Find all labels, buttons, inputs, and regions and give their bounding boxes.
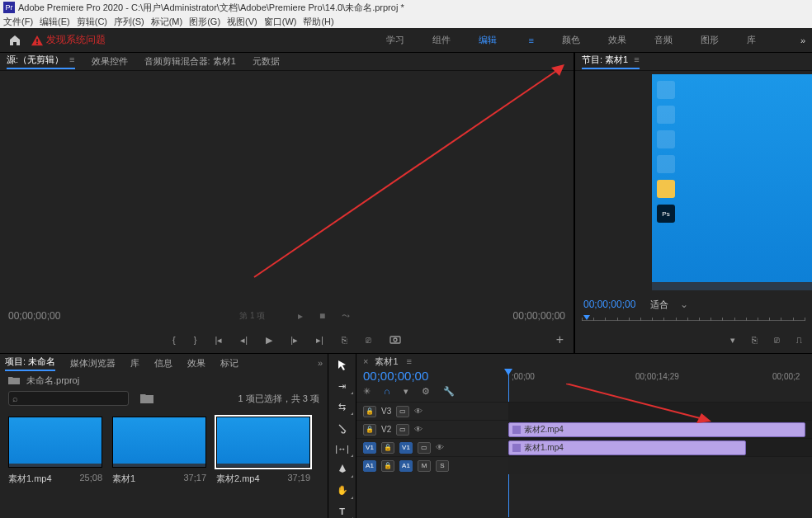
- program-monitor[interactable]: Ps: [575, 71, 812, 294]
- razor-tool-icon[interactable]: [335, 421, 350, 434]
- export-frame-icon[interactable]: ⎍: [796, 335, 802, 345]
- track-row-v3[interactable]: [508, 402, 812, 420]
- menu-item[interactable]: 文件(F): [3, 16, 33, 28]
- eye-icon[interactable]: 👁: [436, 443, 446, 453]
- mark-in-icon[interactable]: {: [172, 335, 176, 345]
- workspace-overflow-icon[interactable]: »: [800, 35, 805, 45]
- panel-menu-icon[interactable]: ≡: [407, 356, 412, 366]
- project-clip[interactable]: 素材137;17: [112, 417, 206, 485]
- source-tab[interactable]: 源:（无剪辑） ≡: [7, 54, 75, 69]
- overwrite-icon[interactable]: ⎚: [366, 335, 371, 345]
- eye-icon[interactable]: 👁: [414, 407, 424, 417]
- stop-icon[interactable]: ■: [319, 310, 325, 322]
- lock-icon[interactable]: 🔒: [363, 406, 376, 417]
- search-input[interactable]: ⌕: [8, 391, 129, 406]
- mini-playhead-icon[interactable]: [583, 315, 590, 320]
- mute-icon[interactable]: M: [418, 460, 431, 472]
- source-patch[interactable]: V1: [363, 442, 376, 454]
- lock-icon[interactable]: 🔒: [381, 460, 394, 472]
- timeline-clip[interactable]: 素材2.mp4: [508, 422, 805, 437]
- go-out-icon[interactable]: ▸|: [316, 335, 323, 346]
- panel-menu-icon[interactable]: ≡: [631, 54, 639, 64]
- play-icon[interactable]: ▶: [266, 335, 272, 346]
- menu-item[interactable]: 标记(M): [151, 16, 183, 28]
- track-content[interactable]: 素材2.mp4 素材1.mp4: [508, 402, 812, 518]
- track-row-a1[interactable]: [508, 456, 812, 474]
- lock-icon[interactable]: 🔒: [381, 442, 394, 454]
- system-warning[interactable]: 发现系统问题: [31, 33, 106, 47]
- marker-icon[interactable]: ▾: [730, 335, 735, 346]
- timeline-ruler[interactable]: ;00;00 00;00;14;29 00;00;2: [508, 369, 805, 402]
- workspace-音频[interactable]: 音频: [654, 34, 673, 46]
- solo-icon[interactable]: S: [436, 460, 449, 472]
- lock-icon[interactable]: 🔒: [363, 424, 376, 436]
- project-filename[interactable]: 未命名.prproj: [26, 374, 79, 387]
- workspace-效果[interactable]: 效果: [608, 34, 626, 46]
- snap-icon[interactable]: ✳: [363, 386, 371, 397]
- step-back-icon[interactable]: ◂|: [240, 335, 248, 346]
- go-in-icon[interactable]: |◂: [215, 335, 222, 346]
- workspace-编辑[interactable]: 编辑: [479, 34, 497, 46]
- project-tab[interactable]: 标记: [220, 357, 238, 370]
- panel-menu-icon[interactable]: ≡: [67, 54, 74, 64]
- chevron-down-icon[interactable]: ⌄: [680, 299, 688, 310]
- type-tool-icon[interactable]: T: [335, 506, 350, 518]
- project-tab[interactable]: 库: [130, 357, 139, 370]
- timeline-clip[interactable]: 素材1.mp4: [508, 440, 746, 455]
- project-tab[interactable]: 项目: 未命名: [5, 356, 55, 371]
- source-patch[interactable]: A1: [363, 460, 376, 472]
- mark-out-icon[interactable]: }: [194, 335, 197, 345]
- project-clip[interactable]: 素材1.mp425;08: [8, 417, 102, 485]
- workspace-颜色[interactable]: 颜色: [562, 34, 580, 46]
- workspace-组件[interactable]: 组件: [432, 34, 451, 46]
- source-tab[interactable]: 音频剪辑混合器: 素材1: [144, 55, 236, 68]
- fit-menu[interactable]: 第 1 项: [224, 310, 281, 322]
- lift-icon[interactable]: ⎘: [752, 335, 758, 345]
- workspace-学习[interactable]: 学习: [386, 34, 404, 46]
- track-header-a1[interactable]: A1 🔒 A1 M S: [356, 456, 508, 474]
- eye-icon[interactable]: 👁: [414, 425, 424, 435]
- slip-tool-icon[interactable]: |↔|: [335, 443, 350, 455]
- pen-tool-icon[interactable]: [335, 464, 350, 476]
- track-select-tool-icon[interactable]: ⇥: [335, 379, 350, 392]
- project-tab[interactable]: 效果: [187, 357, 205, 370]
- program-mini-ruler[interactable]: [582, 315, 805, 327]
- skip-icon[interactable]: ⤳: [342, 310, 350, 322]
- menu-item[interactable]: 图形(G): [189, 16, 220, 28]
- project-tab[interactable]: 信息: [154, 357, 172, 370]
- workspace-库[interactable]: 库: [747, 34, 756, 46]
- source-tab[interactable]: 效果控件: [92, 55, 128, 68]
- selection-tool-icon[interactable]: [335, 359, 350, 371]
- menu-item[interactable]: 帮助(H): [303, 16, 333, 28]
- close-tab-icon[interactable]: ×: [363, 356, 368, 366]
- track-target[interactable]: V1: [399, 442, 413, 454]
- marker-icon[interactable]: ▾: [404, 386, 408, 397]
- toggle-output-icon[interactable]: ▭: [396, 424, 409, 436]
- track-header-v3[interactable]: 🔒 V3 ▭ 👁: [356, 402, 508, 420]
- toggle-output-icon[interactable]: ▭: [418, 442, 431, 454]
- tab-program[interactable]: 节目: 素材1 ≡: [582, 54, 640, 69]
- menu-item[interactable]: 编辑(E): [40, 16, 70, 28]
- ripple-tool-icon[interactable]: ⇆: [335, 401, 350, 413]
- source-tab[interactable]: 元数据: [253, 55, 280, 68]
- track-header-v2[interactable]: 🔒 V2 ▭ 👁: [356, 420, 508, 438]
- hand-tool-icon[interactable]: ✋: [335, 484, 350, 497]
- track-header-v1[interactable]: V1 🔒 V1 ▭ 👁: [356, 438, 508, 456]
- track-target[interactable]: A1: [399, 460, 413, 472]
- insert-icon[interactable]: ⎘: [342, 335, 347, 345]
- wrench-icon[interactable]: 🔧: [443, 386, 455, 397]
- extract-icon[interactable]: ⎚: [774, 335, 780, 345]
- add-button-icon[interactable]: +: [556, 332, 564, 347]
- track-row-v1[interactable]: 素材1.mp4: [508, 438, 812, 456]
- workspace-menu-icon[interactable]: ≡: [528, 35, 533, 45]
- toggle-output-icon[interactable]: ▭: [396, 406, 409, 417]
- sequence-tab[interactable]: 素材1: [375, 356, 398, 368]
- settings-icon[interactable]: ⚙: [422, 386, 430, 397]
- workspace-图形[interactable]: 图形: [701, 34, 719, 46]
- tabs-overflow-icon[interactable]: »: [318, 358, 323, 368]
- home-icon[interactable]: [7, 32, 23, 49]
- project-clip[interactable]: 素材2.mp437;19: [216, 417, 310, 485]
- timeline-timecode[interactable]: 00;00;00;00: [363, 369, 508, 383]
- source-monitor[interactable]: [0, 71, 574, 305]
- export-frame-icon[interactable]: [389, 335, 401, 345]
